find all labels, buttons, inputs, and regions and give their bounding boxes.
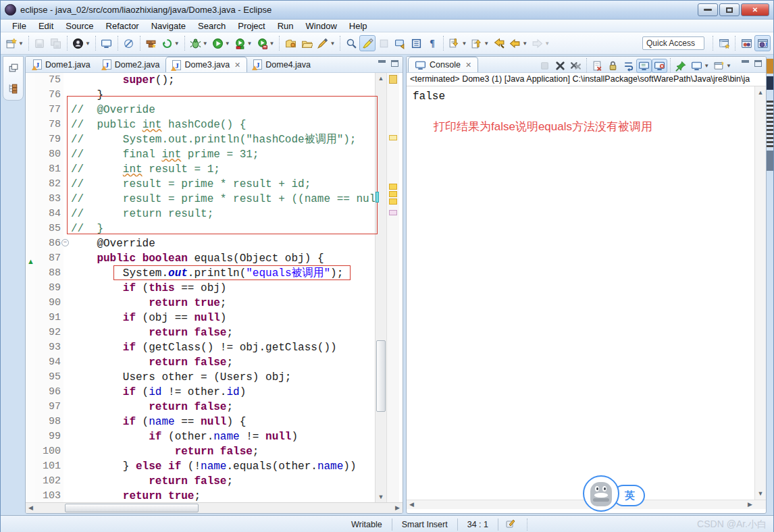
open-console-button[interactable]: ▼	[711, 59, 733, 73]
minimize-console-button[interactable]	[742, 60, 749, 63]
open-type-button[interactable]	[282, 35, 299, 51]
scroll-lock-button[interactable]	[605, 59, 621, 73]
code-line-100[interactable]: return false;	[71, 444, 375, 459]
next-annotation-button[interactable]: ▼	[446, 35, 469, 51]
open-console-button[interactable]	[99, 35, 115, 51]
new-wizard-button[interactable]: ▼	[3, 35, 26, 51]
close-console-tab-icon[interactable]: ✕	[465, 61, 471, 70]
tab-dome4-java[interactable]: JDome4.java	[247, 57, 317, 72]
menu-project[interactable]: Project	[232, 21, 271, 31]
code-line-83[interactable]: // result = prime * result + ((name == n…	[71, 192, 375, 207]
qq-penguin-icon[interactable]	[583, 475, 619, 512]
horizontal-scroll-thumb[interactable]	[65, 504, 199, 512]
profile-button[interactable]: ▼	[255, 35, 277, 51]
console-vertical-scrollbar[interactable]: ▲ ▼	[754, 86, 766, 500]
code-line-90[interactable]: return true;	[71, 296, 375, 311]
package-explorer-button[interactable]	[5, 80, 22, 96]
show-whitespace-button[interactable]: ¶	[424, 35, 440, 51]
console-output-area[interactable]: false 打印结果为false说明equals方法没有被调用 ▲ ▼	[407, 86, 766, 500]
link-with-editor-button[interactable]	[392, 35, 408, 51]
user-button[interactable]: ▼	[70, 35, 93, 51]
console-scroll-right-icon[interactable]: ▶	[748, 501, 752, 508]
maximize-console-button[interactable]	[754, 60, 762, 67]
code-line-80[interactable]: // final int prime = 31;	[71, 147, 375, 162]
dropdown-arrow-icon[interactable]: ▼	[18, 41, 24, 47]
dropdown-arrow-icon[interactable]: ▼	[726, 63, 731, 69]
mark-element-button[interactable]: ▼	[315, 35, 337, 51]
maximize-button[interactable]	[719, 3, 740, 16]
code-line-92[interactable]: return false;	[71, 325, 375, 340]
occurrence-marker[interactable]	[389, 75, 397, 84]
show-stdout-when-changed-button[interactable]	[636, 59, 652, 73]
menu-source[interactable]: Source	[59, 21, 99, 31]
coverage-button[interactable]: ▼	[232, 35, 255, 51]
tab-console[interactable]: Console ✕	[408, 57, 478, 72]
menu-refactor[interactable]: Refactor	[100, 21, 145, 31]
java-perspective-button[interactable]: J	[754, 35, 771, 51]
editor-vertical-scrollbar[interactable]: ▲ ▼	[375, 73, 386, 502]
menu-edit[interactable]: Edit	[32, 21, 59, 31]
code-line-84[interactable]: // return result;	[71, 207, 375, 221]
menu-file[interactable]: File	[6, 21, 32, 31]
clear-console-button[interactable]	[590, 59, 605, 73]
tab-dome2-java[interactable]: JDome2.java	[97, 57, 166, 72]
code-line-75[interactable]: super();	[71, 73, 375, 88]
menu-help[interactable]: Help	[343, 21, 373, 31]
close-tab-icon[interactable]: ✕	[234, 61, 240, 70]
dropdown-arrow-icon[interactable]: ▼	[85, 41, 91, 47]
overview-ruler[interactable]	[386, 73, 399, 502]
remove-launch-button[interactable]	[552, 59, 568, 73]
vertical-scroll-thumb[interactable]	[376, 340, 386, 412]
code-line-87[interactable]: public boolean equals(Object obj) {	[71, 251, 375, 266]
back-history-button[interactable]: ▼	[507, 35, 530, 51]
code-line-96[interactable]: if (id != other.id)	[71, 385, 375, 400]
code-editor[interactable]: ▲ 757677787980818283848586−8788899091929…	[26, 73, 403, 502]
code-line-86[interactable]: @Override	[71, 236, 375, 251]
scroll-down-icon[interactable]: ▼	[377, 494, 385, 500]
occurrence-marker[interactable]	[389, 135, 397, 140]
dropdown-arrow-icon[interactable]: ▼	[225, 41, 230, 47]
show-selected-element-button[interactable]	[408, 35, 424, 51]
build-all-button[interactable]	[143, 35, 159, 51]
code-line-99[interactable]: if (other.name != null)	[71, 429, 375, 444]
show-stderr-when-changed-button[interactable]	[652, 59, 667, 73]
code-line-101[interactable]: } else if (!name.equals(other.name))	[71, 459, 375, 474]
dropdown-arrow-icon[interactable]: ▼	[484, 41, 489, 47]
code-line-78[interactable]: // public int hashCode() {	[71, 117, 375, 132]
search-button[interactable]	[343, 35, 359, 51]
run-button[interactable]: ▼	[210, 35, 232, 51]
scroll-right-icon[interactable]: ▶	[395, 504, 400, 511]
dropdown-arrow-icon[interactable]: ▼	[704, 63, 709, 69]
code-line-88[interactable]: System.out.println("equals被调用");	[71, 266, 375, 281]
dropdown-arrow-icon[interactable]: ▼	[174, 41, 180, 47]
occurrence-marker[interactable]	[389, 191, 397, 197]
code-line-102[interactable]: return false;	[71, 474, 375, 489]
dropdown-arrow-icon[interactable]: ▼	[544, 41, 550, 47]
open-resource-button[interactable]	[299, 35, 315, 51]
code-line-89[interactable]: if (this == obj)	[71, 281, 375, 296]
dropdown-arrow-icon[interactable]: ▼	[269, 41, 275, 47]
code-line-94[interactable]: return false;	[71, 355, 375, 370]
forward-history-button[interactable]: ▼	[530, 35, 552, 51]
menu-search[interactable]: Search	[192, 21, 232, 31]
editor-horizontal-scrollbar[interactable]: ◀ ▶	[26, 502, 403, 514]
menu-run[interactable]: Run	[272, 21, 300, 31]
scroll-left-icon[interactable]: ◀	[28, 504, 33, 511]
quick-access-input[interactable]	[642, 36, 704, 50]
code-line-91[interactable]: if (obj == null)	[71, 311, 375, 325]
dropdown-arrow-icon[interactable]: ▼	[203, 41, 208, 47]
code-line-81[interactable]: // int result = 1;	[71, 162, 375, 177]
save-all-button[interactable]	[48, 35, 64, 51]
status-edit-icon[interactable]	[498, 518, 523, 531]
open-perspective-button[interactable]	[716, 35, 732, 51]
dropdown-arrow-icon[interactable]: ▼	[522, 41, 527, 47]
terminate-button[interactable]	[537, 59, 552, 73]
code-line-77[interactable]: // @Override	[71, 103, 375, 117]
code-text[interactable]: super(); }// @Override// public int hash…	[63, 73, 375, 502]
dropdown-arrow-icon[interactable]: ▼	[461, 41, 467, 47]
occurrence-marker[interactable]	[389, 210, 397, 215]
code-line-98[interactable]: if (name == null) {	[71, 415, 375, 429]
toggle-mark-occurrences-button[interactable]	[359, 35, 376, 51]
code-line-76[interactable]: }	[71, 88, 375, 103]
retarget-button[interactable]	[376, 35, 392, 51]
